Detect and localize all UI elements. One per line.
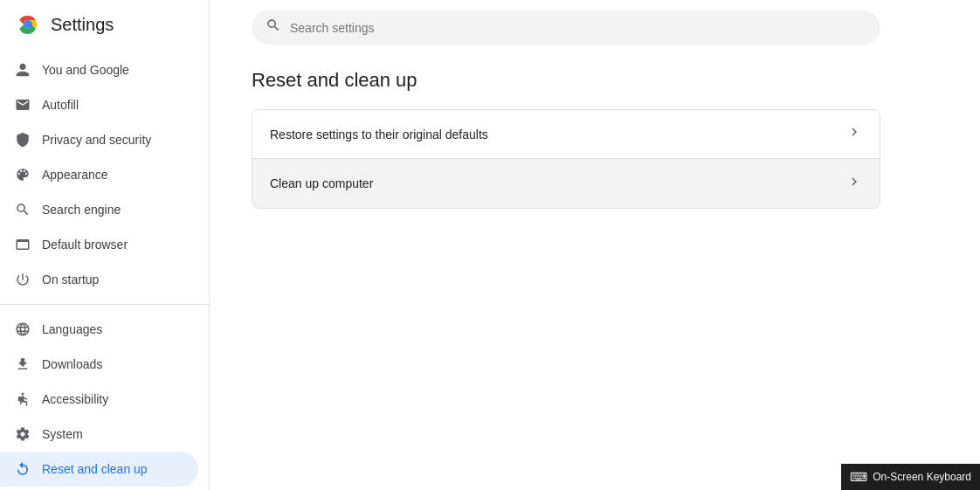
sidebar-label-downloads: Downloads xyxy=(42,357,102,371)
taskbar-label: On-Screen Keyboard xyxy=(873,471,971,483)
sidebar-item-appearance[interactable]: Appearance xyxy=(0,157,198,192)
restore-defaults-label: Restore settings to their original defau… xyxy=(270,128,488,141)
browser-icon xyxy=(14,236,31,253)
sidebar-label-privacy-security: Privacy and security xyxy=(42,133,151,147)
sidebar-label-you-and-google: You and Google xyxy=(42,63,129,77)
sidebar-label-reset-clean: Reset and clean up xyxy=(42,462,148,476)
shield-icon xyxy=(14,131,31,148)
sidebar-label-search-engine: Search engine xyxy=(42,203,121,217)
nav-divider-1 xyxy=(0,304,209,305)
svg-point-2 xyxy=(22,393,24,396)
sidebar-item-on-startup[interactable]: On startup xyxy=(0,262,198,297)
keyboard-icon: ⌨ xyxy=(850,470,867,484)
main-content: Reset and clean up Restore settings to t… xyxy=(210,0,980,490)
search-bar xyxy=(252,10,880,45)
taskbar-widget[interactable]: ⌨ On-Screen Keyboard xyxy=(841,464,980,490)
sidebar-item-you-and-google[interactable]: You and Google xyxy=(0,52,198,87)
sidebar: Settings You and Google Autofill Privacy… xyxy=(0,0,210,490)
clean-computer-arrow-icon xyxy=(846,174,862,194)
power-icon xyxy=(14,271,31,288)
autofill-icon xyxy=(14,96,31,114)
reset-icon xyxy=(14,460,31,478)
sidebar-label-appearance: Appearance xyxy=(42,168,108,182)
sidebar-label-on-startup: On startup xyxy=(42,273,99,286)
globe-icon xyxy=(14,321,31,338)
restore-defaults-arrow-icon xyxy=(846,124,862,144)
sidebar-label-default-browser: Default browser xyxy=(42,238,128,252)
sidebar-label-system: System xyxy=(42,427,83,441)
sidebar-item-languages[interactable]: Languages xyxy=(0,312,198,347)
settings-row-restore-defaults[interactable]: Restore settings to their original defau… xyxy=(252,110,880,159)
system-icon xyxy=(14,425,31,443)
sidebar-label-autofill: Autofill xyxy=(42,98,79,112)
search-engine-icon xyxy=(14,201,31,218)
sidebar-item-autofill[interactable]: Autofill xyxy=(0,87,198,122)
content-area: Reset and clean up Restore settings to t… xyxy=(210,55,980,490)
page-title: Reset and clean up xyxy=(252,69,938,92)
sidebar-item-accessibility[interactable]: Accessibility xyxy=(0,382,198,417)
settings-row-clean-computer[interactable]: Clean up computer xyxy=(252,159,880,208)
sidebar-nav: You and Google Autofill Privacy and secu… xyxy=(0,49,209,490)
sidebar-header: Settings xyxy=(0,0,209,49)
sidebar-item-search-engine[interactable]: Search engine xyxy=(0,192,198,227)
settings-card: Restore settings to their original defau… xyxy=(252,109,880,209)
palette-icon xyxy=(14,166,31,183)
sidebar-item-default-browser[interactable]: Default browser xyxy=(0,227,198,262)
sidebar-item-system[interactable]: System xyxy=(0,417,198,452)
sidebar-item-downloads[interactable]: Downloads xyxy=(0,347,198,382)
sidebar-item-reset-clean[interactable]: Reset and clean up xyxy=(0,452,198,487)
search-icon xyxy=(266,17,281,38)
sidebar-title: Settings xyxy=(51,15,114,35)
svg-point-1 xyxy=(24,20,32,29)
person-icon xyxy=(14,61,31,79)
sidebar-label-accessibility: Accessibility xyxy=(42,392,108,406)
clean-computer-label: Clean up computer xyxy=(270,176,373,190)
search-bar-container xyxy=(210,0,980,55)
download-icon xyxy=(14,355,31,373)
search-input[interactable] xyxy=(290,21,866,35)
sidebar-label-languages: Languages xyxy=(42,322,102,336)
sidebar-item-privacy-security[interactable]: Privacy and security xyxy=(0,122,198,157)
accessibility-icon xyxy=(14,390,31,408)
chrome-logo-icon xyxy=(14,10,42,38)
